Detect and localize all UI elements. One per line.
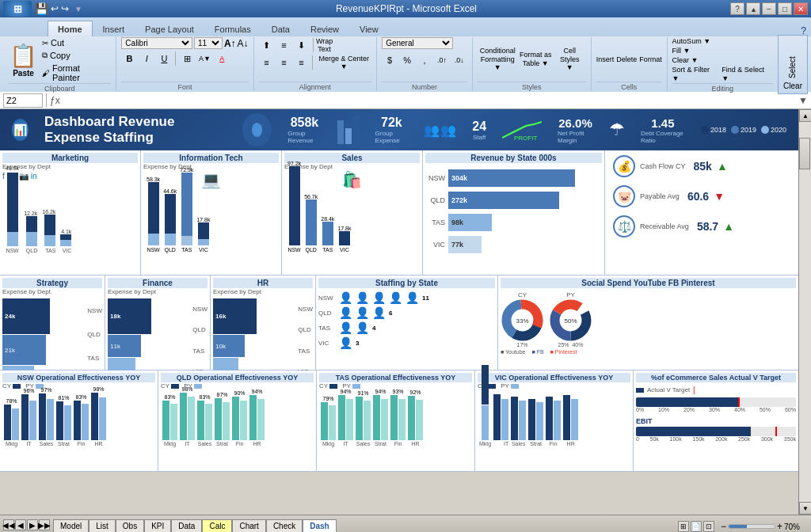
sheet-last-btn[interactable]: ▶▶ [39,519,50,530]
align-left-btn[interactable]: ≡ [259,55,275,70]
tab-view[interactable]: View [349,21,389,36]
vic-op-title: VIC Operational Effectiveness YOY [478,373,630,382]
comma-btn[interactable]: , [417,52,432,68]
decrease-font-btn[interactable]: A↓ [238,38,249,49]
tab-insert[interactable]: Insert [93,21,135,36]
percent-btn[interactable]: % [399,52,415,68]
increase-font-btn[interactable]: A↑ [224,38,236,49]
tab-obs[interactable]: Obs [116,519,144,532]
zoom-in-btn[interactable]: + [777,521,782,532]
find-select-btn[interactable]: Find & Select ▼ [722,66,773,83]
scrollbar-track[interactable] [799,122,811,502]
redo-quick-btn[interactable]: ↪ [61,3,69,14]
tab-calc[interactable]: Calc [202,519,232,532]
cell-styles-btn[interactable]: CellStyles ▼ [556,47,584,72]
cut-button[interactable]: ✂ Cut [40,37,111,48]
ribbon-toggle-btn[interactable]: ▴ [746,2,760,15]
tab-review[interactable]: Review [300,21,349,36]
insert-btn[interactable]: Insert [596,55,615,63]
function-icon[interactable]: ƒx [50,95,60,106]
merge-center-btn[interactable]: Merge & Center ▼ [316,55,371,70]
conditional-formatting-btn[interactable]: ConditionalFormatting ▼ [480,47,516,72]
number-format-select[interactable]: General [382,37,453,49]
editing-group: AutoSum ▼ Fill ▼ Clear ▼ Sort & Filter ▼… [668,37,778,91]
dashboard-title: Dashboard Revenue Expense Staffing [44,114,227,146]
tab-page-layout[interactable]: Page Layout [135,21,204,36]
sep2 [313,38,314,52]
font-name-select[interactable]: Calibri [121,37,192,49]
dashboard-logo: 📊 [12,119,29,141]
clear-ribbon-btn[interactable]: Clear [783,82,802,90]
page-layout-btn[interactable]: 📄 [691,521,702,532]
align-bottom-btn[interactable]: ⬇ [294,37,310,53]
save-quick-btn[interactable]: 💾 [35,2,48,15]
tab-formulas[interactable]: Formulas [204,21,261,36]
bold-button[interactable]: B [121,51,137,66]
vertical-scrollbar[interactable]: ▲ ▼ [798,109,811,515]
page-break-btn[interactable]: ⊡ [703,521,714,532]
fill-btn[interactable]: Fill ▼ [672,47,773,55]
zoom-slider[interactable] [728,524,775,529]
format-painter-button[interactable]: 🖌 Format Painter [40,63,111,83]
charts-row-2: Strategy Expense by Dept 24k 21k 9k NSWQ… [0,276,798,370]
align-right-btn[interactable]: ≡ [293,55,309,70]
increase-decimal-btn[interactable]: .0↑ [434,52,450,68]
delete-btn[interactable]: Delete [616,55,637,63]
normal-view-btn[interactable]: ⊞ [678,521,689,532]
align-center-btn[interactable]: ≡ [276,55,292,70]
status-icons: ⊞ 📄 ⊡ [678,521,714,532]
font-color-button[interactable]: A [214,51,230,66]
nsw-op-title: NSW Operational Effectiveness YOY [2,373,155,382]
dollar-btn[interactable]: $ [382,52,398,68]
clear-btn[interactable]: Clear ▼ [672,56,699,64]
ribbon-collapse-btn[interactable]: ▼ [798,95,808,106]
payable-label: Payable Avg [640,192,680,200]
format-as-table-btn[interactable]: Format asTable ▼ [518,51,554,68]
paste-button[interactable]: 📋 Paste [8,41,39,79]
tab-home[interactable]: Home [48,21,93,36]
sort-filter-btn[interactable]: Sort & Filter ▼ [672,66,719,83]
sheet-next-btn[interactable]: ▶ [27,519,38,530]
maximize-btn[interactable]: □ [778,2,792,15]
copy-button[interactable]: ⧉ Copy [40,50,111,61]
undo-quick-btn[interactable]: ↩ [51,3,59,14]
cell-reference-box[interactable] [3,93,43,108]
format-btn-cell[interactable]: Format [639,55,662,63]
font-size-select[interactable]: 11 [194,37,223,49]
infotech-title: Information Tech [143,153,279,163]
sheet-first-btn[interactable]: ◀◀ [3,519,14,530]
tab-model[interactable]: Model [53,519,89,532]
tab-data[interactable]: Data [171,519,202,532]
italic-button[interactable]: I [139,51,154,66]
staff-kpi: 24 Staff [472,120,486,141]
minimize-btn[interactable]: − [762,2,776,15]
autosum-btn[interactable]: AutoSum ▼ [672,37,773,45]
align-middle-btn[interactable]: ≡ [276,37,292,53]
formula-input[interactable] [63,96,795,105]
zoom-out-btn[interactable]: − [721,521,726,532]
receivable-label: Receivable Avg [640,222,689,230]
select-button[interactable]: Select [783,39,802,78]
tab-check[interactable]: Check [266,519,303,532]
staffing-title: Staffing by State [318,278,495,288]
sheet-prev-btn[interactable]: ◀ [15,519,26,530]
editing-label: Editing [672,83,773,93]
align-top-btn[interactable]: ⬆ [259,37,275,53]
fill-color-button[interactable]: A▼ [196,51,212,66]
close-btn[interactable]: ✕ [794,2,808,15]
office-button[interactable]: ⊞ [3,1,32,17]
underline-button[interactable]: U [156,51,172,66]
tab-data[interactable]: Data [261,21,300,36]
wrap-text-btn[interactable]: Wrap Text [317,37,333,53]
help-btn[interactable]: ? [730,2,744,15]
number-label: Number [382,82,467,91]
styles-label: Styles [478,82,586,91]
decrease-decimal-btn[interactable]: .0↓ [451,52,467,68]
tab-kpi[interactable]: KPI [144,519,171,532]
tab-list[interactable]: List [89,519,116,532]
scroll-up-btn[interactable]: ▲ [799,109,811,122]
scroll-down-btn[interactable]: ▼ [799,502,811,515]
tab-dash[interactable]: Dash [303,519,336,532]
border-button[interactable]: ⊞ [179,51,195,66]
tab-chart[interactable]: Chart [232,519,265,532]
